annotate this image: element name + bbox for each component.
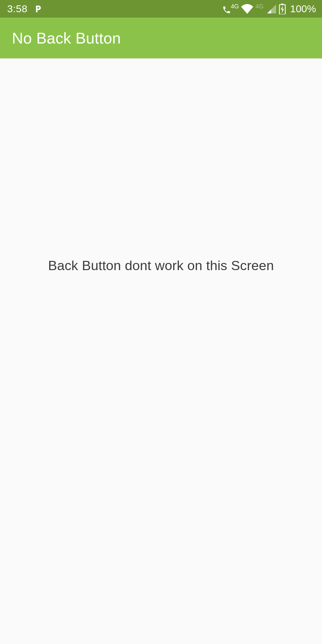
content-message: Back Button dont work on this Screen bbox=[0, 258, 322, 273]
android-p-icon bbox=[33, 4, 42, 13]
battery-charging-icon bbox=[279, 4, 286, 14]
network-4g-label: 4G bbox=[231, 3, 239, 10]
content-area: Back Button dont work on this Screen bbox=[0, 58, 322, 644]
network-4g-label-dim: 4G bbox=[256, 3, 264, 10]
wifi-icon bbox=[241, 4, 254, 14]
battery-percentage: 100% bbox=[290, 3, 316, 15]
status-bar: 3:58 4G 4G bbox=[0, 0, 322, 18]
status-time: 3:58 bbox=[7, 3, 27, 15]
status-bar-left: 3:58 bbox=[7, 3, 42, 15]
phone-4g-icon: 4G bbox=[222, 4, 239, 14]
page-title: No Back Button bbox=[12, 29, 121, 47]
status-bar-right: 4G 4G 100% bbox=[222, 3, 316, 15]
cellular-signal-group: 4G bbox=[256, 4, 277, 14]
app-bar: No Back Button bbox=[0, 18, 322, 58]
